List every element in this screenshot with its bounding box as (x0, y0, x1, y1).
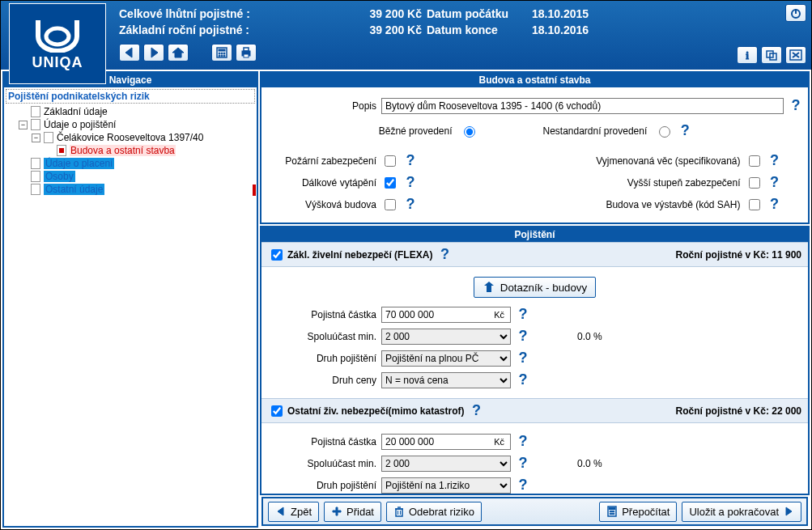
spolu2-select[interactable]: 2 000 (381, 456, 511, 472)
pojisteni-panel-title: Pojištění (261, 227, 808, 242)
help-icon[interactable]: ? (517, 433, 529, 450)
flexa-check[interactable] (271, 249, 283, 261)
collapse-icon[interactable]: − (32, 134, 40, 142)
uniqa-logo: UNIQA (9, 3, 106, 84)
druhpoj-label2: Druh pojištění (268, 480, 381, 491)
hdr-total-label: Celkové lhůtní pojistné : (119, 6, 362, 22)
svg-point-0 (46, 28, 69, 45)
svg-point-7 (221, 55, 223, 57)
back-button[interactable]: Zpět (268, 502, 319, 522)
nav-forward-button[interactable] (143, 44, 164, 61)
help-icon[interactable]: ? (471, 402, 483, 419)
svg-point-26 (613, 513, 614, 515)
svg-rect-18 (396, 509, 402, 516)
hdr-start-label: Datum počátku (427, 6, 532, 22)
add-button[interactable]: Přidat (324, 502, 381, 522)
vyssi-label: Vyšší stupeň zabezpečení (535, 177, 746, 189)
nav-item-ostatni[interactable]: Ostatní údaje (6, 183, 255, 196)
vyssi-check[interactable] (749, 177, 760, 189)
info-button[interactable]: i (737, 46, 758, 64)
copy-button[interactable] (761, 46, 782, 64)
help-icon[interactable]: ? (405, 196, 416, 213)
vystavba-check[interactable] (749, 199, 760, 210)
svg-point-5 (223, 53, 225, 54)
pc-label2: Pojistná částka (268, 436, 381, 447)
nestd-radio[interactable] (659, 126, 670, 138)
svg-rect-2 (219, 49, 225, 51)
print-button[interactable] (236, 44, 257, 61)
pozarni-label: Požární zabezpečení (268, 155, 381, 167)
help-icon[interactable]: ? (769, 152, 780, 169)
help-icon[interactable]: ? (405, 152, 416, 169)
hdr-start-value: 18.10.2015 (532, 6, 629, 22)
spolu-label: Spoluúčast min. (268, 331, 381, 342)
help-icon[interactable]: ? (517, 306, 529, 323)
spolu1-select[interactable]: 2 000 (381, 329, 511, 345)
ostatni-check[interactable] (271, 405, 283, 417)
bezne-radio[interactable] (464, 126, 475, 138)
help-icon[interactable]: ? (405, 174, 416, 191)
pc-label: Pojistná částka (268, 309, 381, 320)
building-panel: Budova a ostatní stavba Popis ? Běžné pr… (260, 71, 810, 224)
building-panel-title: Budova a ostatní stavba (261, 73, 808, 87)
save-continue-button[interactable]: Uložit a pokračovat (682, 502, 801, 522)
dotaznik-button[interactable]: Dotazník - budovy (474, 277, 596, 298)
druhceny-label: Druh ceny (268, 375, 381, 386)
dalkove-label: Dálkové vytápění (268, 177, 381, 189)
close-button[interactable] (785, 46, 806, 64)
nav-item-budova[interactable]: Budova a ostatní stavba (6, 144, 255, 157)
pozarni-check[interactable] (385, 155, 396, 167)
nav-back-button[interactable] (119, 44, 140, 61)
dalkove-check[interactable] (385, 177, 396, 189)
flexa-section: Zákl. živelní nebezpečí (FLEXA) ? Roční … (261, 242, 808, 267)
app-header: UNIQA Celkové lhůtní pojistné : 39 200 K… (1, 1, 811, 70)
popis-input[interactable] (381, 98, 784, 114)
recalc-button[interactable]: Přepočítat (599, 502, 677, 522)
help-icon[interactable]: ? (769, 174, 780, 191)
druhpoj2-select[interactable]: Pojištění na 1.riziko (381, 477, 511, 494)
active-marker (253, 184, 256, 196)
svg-point-8 (223, 55, 225, 57)
druhpoj1-select[interactable]: Pojištění na plnou PČ (381, 350, 511, 367)
bezne-label: Běžné provedení (379, 125, 453, 137)
calc-button[interactable] (211, 44, 232, 61)
help-icon[interactable]: ? (517, 371, 529, 388)
help-icon[interactable]: ? (679, 122, 691, 139)
ostatni-label: Ostatní živ. nebezpečí(mimo katastrof) (287, 405, 465, 417)
help-icon[interactable]: ? (517, 455, 529, 472)
svg-rect-20 (610, 508, 615, 510)
nav-item-osoby[interactable]: Osoby (6, 170, 255, 183)
help-icon[interactable]: ? (517, 477, 529, 494)
collapse-icon[interactable]: − (19, 121, 28, 129)
vyskova-label: Výšková budova (268, 199, 381, 210)
help-icon[interactable]: ? (769, 196, 780, 213)
vyjmen-check[interactable] (749, 155, 760, 167)
vyjmen-label: Vyjmenovaná věc (specifikovaná) (535, 155, 746, 167)
flexa-label: Zákl. živelní nebezpečí (FLEXA) (287, 249, 432, 261)
logo-text: UNIQA (32, 54, 83, 71)
remove-button[interactable]: Odebrat riziko (386, 502, 482, 522)
spolu-label2: Spoluúčast min. (268, 458, 381, 469)
druhceny-select[interactable]: N = nová cena (381, 372, 511, 388)
popis-label: Popis (268, 100, 381, 112)
ostatni-section: Ostatní živ. nebezpečí(mimo katastrof) ?… (261, 398, 808, 423)
flexa-right: Roční pojistné v Kč: 11 900 (676, 249, 801, 261)
help-icon[interactable]: ? (517, 328, 529, 345)
pct1: 0.0 % (577, 331, 602, 342)
help-icon[interactable]: ? (790, 97, 801, 114)
vyskova-check[interactable] (385, 199, 396, 210)
nav-item-udaje-pojisteni[interactable]: −Údaje o pojištění (6, 118, 255, 131)
nav-item-zakladni[interactable]: Základní údaje (6, 105, 255, 118)
nav-panel: Navigace Pojištění podnikatelských rizik… (2, 71, 258, 528)
pojisteni-panel: Pojištění Zákl. živelní nebezpečí (FLEXA… (260, 226, 810, 495)
help-icon[interactable]: ? (517, 350, 529, 367)
svg-point-6 (219, 55, 220, 57)
nav-item-celakovice[interactable]: −Čelákovice Rooseveltova 1397/40 (6, 131, 255, 144)
nav-root[interactable]: Pojištění podnikatelských rizik (6, 89, 255, 104)
help-icon[interactable]: ? (439, 246, 450, 263)
pct2: 0.0 % (577, 458, 602, 469)
nestd-label: Nestandardní provedení (542, 125, 647, 137)
power-button[interactable] (785, 4, 806, 22)
nav-item-placeni[interactable]: Údaje o placení (6, 157, 255, 170)
nav-home-button[interactable] (168, 44, 189, 61)
